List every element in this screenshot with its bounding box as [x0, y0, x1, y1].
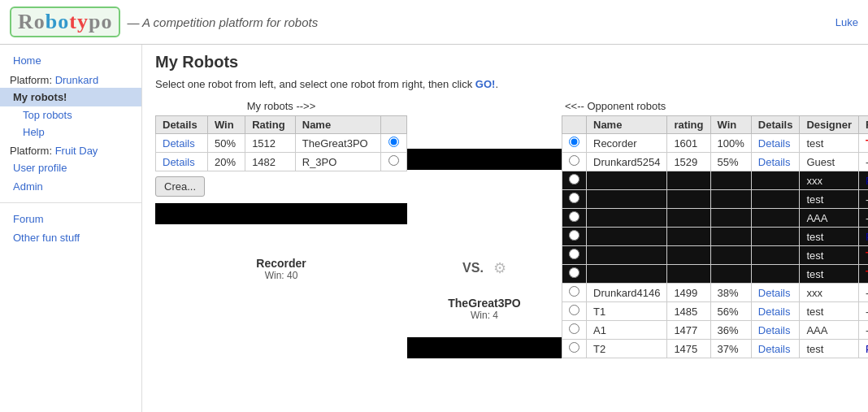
- col-rating-left: Rating: [245, 116, 296, 134]
- details-link[interactable]: Details: [163, 156, 195, 168]
- sidebar-item-my-robots[interactable]: My robots!: [0, 88, 141, 106]
- right-robot-radio[interactable]: [569, 193, 579, 203]
- col-name-right: Name: [587, 116, 667, 134]
- tagline: — A competition platform for robots: [127, 15, 318, 29]
- win-cell: 50%: [207, 134, 245, 153]
- win-cell: 100%: [710, 134, 751, 153]
- sidebar-item-admin[interactable]: Admin: [0, 177, 141, 196]
- col-win-right: Win: [710, 116, 751, 134]
- rating-cell: 1499: [667, 284, 710, 302]
- right-robot-radio[interactable]: [569, 286, 579, 297]
- designer-cell: test: [800, 246, 859, 265]
- logo-area: Robotypo — A competition platform for ro…: [10, 7, 318, 37]
- right-robot-radio[interactable]: [569, 267, 579, 278]
- col-name-left: Name: [295, 116, 380, 134]
- logo: Robotypo: [10, 7, 120, 37]
- win-cell: 36%: [710, 321, 751, 340]
- table-row: test Tough: [562, 265, 869, 284]
- name-cell: Drunkard4146: [587, 284, 667, 302]
- table-row: test Puny: [562, 228, 869, 246]
- details-link[interactable]: Details: [758, 343, 791, 355]
- rating-cell: 1601: [667, 134, 710, 153]
- details-link[interactable]: Details: [758, 137, 791, 150]
- vs-section: Recorder Win: 40: [155, 224, 407, 281]
- designer-cell: AAA: [800, 321, 859, 340]
- right-robot-win: Win: 4: [448, 310, 520, 321]
- page-title: My Robots: [155, 53, 868, 72]
- col-select-right: [562, 116, 587, 134]
- user-link[interactable]: Luke: [835, 16, 858, 28]
- rating-cell: 1475: [667, 340, 710, 358]
- right-robot-radio[interactable]: [569, 174, 579, 184]
- right-panel-header: <<-- Opponent robots: [562, 100, 868, 112]
- col-designer-right: Designer: [800, 116, 859, 134]
- details-link[interactable]: Details: [758, 287, 791, 299]
- col-select-left: [380, 116, 406, 134]
- name-cell: A1: [587, 321, 667, 340]
- table-row: Drunkard5254 1529 55% Details Guest -: [562, 153, 869, 171]
- rating-cell: [667, 171, 710, 190]
- sidebar-item-user-profile[interactable]: User profile: [0, 158, 141, 177]
- details-link[interactable]: Details: [758, 156, 791, 168]
- designer-cell: xxx: [800, 284, 859, 302]
- win-cell: 38%: [710, 284, 751, 302]
- designer-cell: Guest: [800, 153, 859, 171]
- name-cell: T1: [587, 302, 667, 321]
- right-robot-radio[interactable]: [569, 249, 579, 259]
- rating-cell: 1529: [667, 153, 710, 171]
- left-robot-name: Recorder: [256, 257, 306, 270]
- create-button[interactable]: Crea...: [155, 176, 205, 197]
- table-row: T2 1475 37% Details test Puny: [562, 340, 869, 358]
- sidebar-platform1: Platform: Drunkard: [0, 70, 141, 88]
- table-row: Recorder 1601 100% Details test Tough: [562, 134, 869, 153]
- record-cell: -: [859, 302, 868, 321]
- table-row: Drunkard4146 1499 38% Details xxx -: [562, 284, 869, 302]
- record-cell: Tough: [859, 134, 868, 153]
- layout: Home Platform: Drunkard My robots! Top r…: [0, 45, 868, 412]
- sidebar-item-top-robots[interactable]: Top robots: [0, 106, 141, 124]
- record-cell: Puny: [859, 171, 868, 190]
- left-robot-display: Recorder Win: 40: [256, 257, 306, 281]
- record-cell: Puny: [859, 228, 868, 246]
- sidebar-item-help[interactable]: Help: [0, 124, 141, 141]
- designer-cell: AAA: [800, 209, 859, 228]
- right-robot-radio[interactable]: [569, 323, 579, 334]
- sidebar: Home Platform: Drunkard My robots! Top r…: [0, 45, 142, 412]
- designer-cell: test: [800, 265, 859, 284]
- right-robot-display: TheGreat3PO Win: 4: [448, 297, 520, 321]
- details-link[interactable]: Details: [758, 306, 791, 318]
- details-cell: [751, 171, 800, 190]
- right-robot-radio[interactable]: [569, 305, 579, 315]
- right-robot-radio[interactable]: [569, 211, 579, 222]
- right-robot-radio[interactable]: [569, 155, 579, 166]
- rating-cell: 1512: [245, 134, 296, 153]
- sidebar-platform2: Platform: Fruit Day: [0, 141, 141, 158]
- name-cell: Drunkard5254: [587, 153, 667, 171]
- right-panel: <<-- Opponent robots Name rating Win Det…: [562, 100, 868, 358]
- sidebar-item-home[interactable]: Home: [0, 51, 141, 70]
- designer-cell: test: [800, 190, 859, 209]
- designer-cell: test: [800, 134, 859, 153]
- record-cell: -: [859, 209, 868, 228]
- left-robot-table: Details Win Rating Name Details 50% 1512: [155, 115, 407, 171]
- right-robot-table: Name rating Win Details Designer Record …: [562, 115, 868, 358]
- win-cell: 56%: [710, 302, 751, 321]
- designer-cell: xxx: [800, 171, 859, 190]
- right-robot-radio[interactable]: [569, 137, 579, 147]
- right-robot-radio[interactable]: [569, 342, 579, 353]
- details-link[interactable]: Details: [758, 324, 791, 336]
- rating-cell: 1485: [667, 302, 710, 321]
- sidebar-platform1-link[interactable]: Drunkard: [55, 74, 98, 86]
- right-robot-name: TheGreat3PO: [448, 297, 520, 310]
- sidebar-item-other-fun[interactable]: Other fun stuff: [0, 228, 141, 247]
- details-link[interactable]: Details: [163, 137, 195, 150]
- instructions: Select one robot from left, and select o…: [155, 78, 868, 90]
- robot-area: My robots -->> Details Win Rating Name: [155, 100, 868, 358]
- table-row: A1 1477 36% Details AAA -: [562, 321, 869, 340]
- left-robot-radio[interactable]: [388, 155, 399, 166]
- sidebar-platform2-link[interactable]: Fruit Day: [55, 145, 98, 157]
- sidebar-item-forum[interactable]: Forum: [0, 210, 141, 228]
- left-robot-radio[interactable]: [388, 137, 399, 147]
- right-robot-radio[interactable]: [569, 230, 579, 241]
- table-row: test -: [562, 190, 869, 209]
